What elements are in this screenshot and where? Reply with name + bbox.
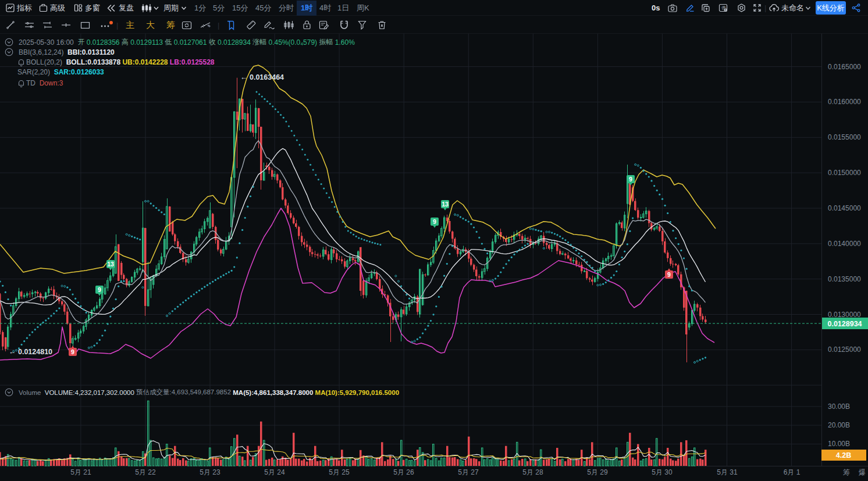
svg-text:9: 9 — [433, 218, 436, 225]
svg-text:5月 25: 5月 25 — [329, 468, 350, 476]
svg-text:5月 27: 5月 27 — [458, 468, 479, 476]
svg-text:0.0140000: 0.0140000 — [828, 240, 861, 248]
svg-text:5月 29: 5月 29 — [587, 468, 608, 476]
svg-text:0.0150000: 0.0150000 — [828, 169, 861, 177]
svg-text:10.00B: 10.00B — [828, 440, 850, 448]
svg-text:5月 21: 5月 21 — [70, 468, 91, 476]
svg-text:5月 28: 5月 28 — [522, 468, 543, 476]
svg-text:0.0125000: 0.0125000 — [828, 345, 861, 354]
svg-text:0.0130000: 0.0130000 — [828, 311, 861, 319]
svg-text:5月 26: 5月 26 — [393, 468, 414, 476]
svg-text:0.0145000: 0.0145000 — [828, 204, 861, 212]
svg-text:9: 9 — [667, 271, 671, 278]
svg-text:30.00B: 30.00B — [828, 402, 850, 411]
svg-text:13: 13 — [442, 201, 449, 208]
svg-text:9: 9 — [98, 286, 101, 293]
svg-text:爆: 爆 — [859, 468, 866, 476]
svg-text:4.2B: 4.2B — [836, 451, 851, 459]
svg-text:9: 9 — [71, 348, 74, 355]
svg-text:9: 9 — [629, 176, 632, 183]
svg-text:5月 22: 5月 22 — [135, 468, 156, 476]
svg-text:20.00B: 20.00B — [828, 421, 850, 429]
svg-text:5月 24: 5月 24 — [264, 468, 285, 476]
svg-text:5月 30: 5月 30 — [652, 468, 673, 476]
svg-text:筹: 筹 — [843, 468, 850, 476]
svg-text:0.0135000: 0.0135000 — [828, 275, 861, 283]
svg-text:0.0128934: 0.0128934 — [827, 320, 862, 328]
svg-text:6月 1: 6月 1 — [784, 468, 801, 476]
svg-text:5月 31: 5月 31 — [717, 468, 738, 476]
svg-text:0.0165000: 0.0165000 — [828, 63, 861, 71]
svg-text:0.0160000: 0.0160000 — [828, 98, 861, 106]
svg-text:← 0.0124810: ← 0.0124810 — [9, 348, 52, 356]
svg-text:0.0155000: 0.0155000 — [828, 133, 861, 141]
svg-text:5月 23: 5月 23 — [200, 468, 220, 476]
svg-text:13: 13 — [107, 261, 114, 268]
